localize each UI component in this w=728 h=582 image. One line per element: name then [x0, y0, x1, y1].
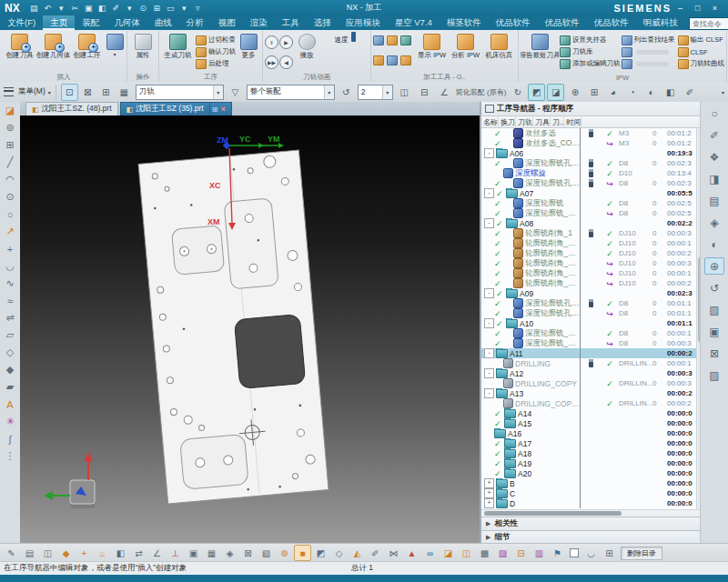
- surface-icon[interactable]: ◇: [2, 345, 18, 360]
- ribbon-button[interactable]: 创建工序: [70, 32, 104, 73]
- details-section[interactable]: ▶细节: [481, 530, 703, 544]
- customize-icon[interactable]: ▿: [191, 2, 205, 15]
- expander-toggle[interactable]: -: [484, 288, 494, 298]
- horizontal-scrollbar[interactable]: [481, 509, 703, 517]
- undo-caret-icon[interactable]: ▾: [55, 2, 68, 15]
- history-icon[interactable]: ↺: [704, 279, 724, 296]
- expander-toggle[interactable]: -: [484, 388, 494, 398]
- navigator-row[interactable]: ✓ 轮廓铣削角_1 ✓ DJ10 0 00:00:3: [481, 228, 696, 238]
- expander-toggle[interactable]: -: [484, 148, 494, 158]
- expander-toggle[interactable]: [484, 399, 492, 407]
- navigator-row[interactable]: - ✓ A08 00:02:2: [481, 218, 696, 228]
- solid-icon[interactable]: ◆: [2, 362, 18, 377]
- mirror-icon[interactable]: ▲: [403, 545, 420, 561]
- snapshot-icon[interactable]: ◫: [39, 545, 56, 561]
- ipw-button[interactable]: 显示 IPW: [415, 32, 449, 73]
- expander-toggle[interactable]: [484, 229, 492, 237]
- edit-display-icon[interactable]: ◩: [312, 545, 329, 561]
- expander-toggle[interactable]: -: [484, 348, 494, 358]
- navigator-row[interactable]: - ✓ A09 00:02:3: [481, 288, 696, 298]
- navigator-row[interactable]: ✓ 轮廓铣削角_1_CO... ✓ DJ10 0 00:00:1: [481, 238, 696, 248]
- navigator-row[interactable]: ✓ 深度轮廓铣孔_CO... ✓ D8 0 00:01:1: [481, 298, 696, 308]
- menu-tab[interactable]: 优品软件: [587, 15, 636, 30]
- column-header[interactable]: 刀具: [533, 116, 551, 127]
- dependencies-section[interactable]: ▶相关性: [481, 517, 703, 530]
- line-icon[interactable]: ╱: [2, 155, 18, 170]
- ribbon-small-button[interactable]: 刀轨转曲线: [678, 58, 725, 69]
- brush-icon[interactable]: ✐: [367, 545, 384, 561]
- menu-tab[interactable]: 优品软件: [489, 15, 538, 30]
- expander-toggle[interactable]: [484, 299, 492, 307]
- palette-icon[interactable]: ▨: [494, 545, 511, 561]
- navigator-row[interactable]: ✓ 攻丝多选 ✓ M3 0 00:01:2: [481, 128, 696, 138]
- option-checkbox[interactable]: [570, 548, 579, 557]
- menu-button[interactable]: 菜单(M): [18, 86, 46, 97]
- settings-icon[interactable]: ○: [704, 105, 724, 122]
- navigator-row[interactable]: ✓ 轮廓铣削角_1_CO... ↪ DJ10 0 00:00:2: [481, 278, 696, 288]
- expander-toggle[interactable]: -: [484, 218, 494, 228]
- expander-toggle[interactable]: [484, 259, 492, 267]
- edit-window-icon[interactable]: ▤: [21, 545, 38, 561]
- pen-caret-icon[interactable]: ▾: [123, 2, 136, 15]
- expander-toggle[interactable]: [484, 209, 492, 217]
- ribbon-button[interactable]: 创建刀具: [3, 32, 36, 73]
- box-cut-icon[interactable]: ◪: [440, 545, 457, 561]
- boxes-icon[interactable]: ▧: [258, 545, 275, 561]
- cup-icon[interactable]: ◡: [582, 545, 600, 561]
- ribbon-button[interactable]: 属性: [129, 32, 157, 73]
- select-region-icon[interactable]: ▦: [116, 84, 133, 101]
- bowtie-icon[interactable]: ⋈: [385, 545, 402, 561]
- expander-toggle[interactable]: [484, 459, 492, 467]
- shaded-view-icon[interactable]: ◕: [604, 84, 622, 101]
- constraint-navigator-icon[interactable]: ◨: [704, 170, 724, 187]
- select-filter-icon[interactable]: ⊡: [61, 84, 78, 101]
- menu-tab[interactable]: 优品软件: [538, 15, 587, 30]
- navigator-row[interactable]: - ✓ A07 00:05:5: [481, 188, 696, 198]
- step-back-icon[interactable]: ◀: [279, 55, 293, 69]
- layout-caret-icon[interactable]: ▾: [177, 2, 191, 15]
- expander-toggle[interactable]: [484, 419, 492, 427]
- maximize-button[interactable]: □: [689, 2, 706, 15]
- ribbon-button[interactable]: 创建几何体: [36, 32, 70, 73]
- navigator-row[interactable]: ✓ 轮廓铣削角_1_CO... ↪ DJ10 0 00:00:1: [481, 268, 696, 278]
- viewport-canvas[interactable]: YC YM ZM XC XM: [20, 115, 480, 544]
- shaded-box-icon[interactable]: ▩: [476, 545, 493, 561]
- expander-toggle[interactable]: [484, 279, 492, 287]
- graphics-window[interactable]: YC YM ZM XC XM: [20, 115, 480, 544]
- menu-tab[interactable]: 应用模块: [339, 15, 388, 30]
- view-triad[interactable]: [44, 452, 95, 508]
- navigator-row[interactable]: ✓ A15 00:00:0: [481, 418, 696, 428]
- menu-tab[interactable]: 明威科技: [636, 15, 685, 30]
- ribbon-small-button[interactable]: 后处理: [196, 58, 236, 69]
- expander-toggle[interactable]: [484, 309, 492, 317]
- menu-tab[interactable]: 视图: [211, 15, 243, 30]
- menu-tab[interactable]: 分析: [179, 15, 211, 30]
- ribbon-small-button[interactable]: 过切检查: [196, 35, 236, 45]
- tab-pin-icon[interactable]: ⊞: [212, 105, 218, 114]
- menu-tab[interactable]: 几何体: [106, 15, 147, 30]
- navigator-row[interactable]: ✓ 攻丝多选_COPY ↪ M3 0 00:01:2: [481, 138, 696, 148]
- stack-doc-icon[interactable]: ◈: [221, 545, 238, 561]
- ribbon-small-button[interactable]: 列出查找结果: [622, 35, 677, 45]
- play-button[interactable]: 播放: [295, 32, 318, 73]
- expander-toggle[interactable]: [484, 159, 492, 167]
- column-header[interactable]: 换刀: [499, 116, 516, 127]
- ipw-button[interactable]: 机床仿真: [482, 32, 516, 73]
- menu-tab[interactable]: 曲线: [147, 15, 179, 30]
- navigator-row[interactable]: ✓ 深度轮廓铣孔_CO... ↪ D8 0 00:01:1: [481, 308, 696, 318]
- menu-icon[interactable]: [4, 87, 14, 96]
- speed-slider[interactable]: 速度: [319, 32, 369, 73]
- fit-view-icon[interactable]: ◩: [528, 84, 545, 101]
- layer-combo[interactable]: 2▾: [358, 85, 393, 100]
- circle-icon[interactable]: ⊙: [2, 189, 18, 205]
- export-icon[interactable]: ◧: [112, 545, 129, 561]
- part-navigator-icon[interactable]: ▤: [704, 192, 724, 209]
- angle-icon[interactable]: ∠: [436, 84, 453, 101]
- movie-icon[interactable]: ▥: [531, 545, 548, 561]
- ribbon-small-button[interactable]: [622, 58, 677, 69]
- book-clock-icon[interactable]: ⊟: [512, 545, 530, 561]
- tool-5-icon[interactable]: [387, 55, 398, 65]
- column-header[interactable]: 刀轨: [516, 116, 533, 127]
- document-tab[interactable]: ◧ 沈阳王工SZ (35).prt: [120, 102, 210, 115]
- ribbon-small-button[interactable]: 输出 CLSF: [678, 35, 725, 45]
